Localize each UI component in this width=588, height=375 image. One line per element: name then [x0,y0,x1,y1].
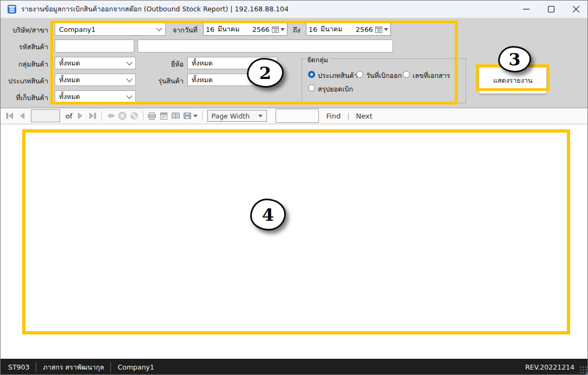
next-page-button[interactable] [75,110,87,122]
toolbar-separator [101,111,102,121]
from-date-label: จากวันที่ [173,25,198,36]
product-code-input[interactable] [55,40,134,52]
first-page-button[interactable] [4,110,16,122]
show-report-button-label: แสดงรายงาน [493,75,533,86]
status-screen-code: ST903 [8,363,29,371]
cancel-icon [118,111,127,120]
grouping-title: จัดกลุ่ม [305,55,330,65]
maximize-icon [548,6,554,12]
minimize-button[interactable] [514,1,539,18]
prev-page-icon [18,113,25,119]
product-group-select[interactable]: ทั้งหมด [55,57,136,69]
status-bar: ST903 ภาสกร สราพัฒนากุล Company1 REV.202… [1,359,588,375]
annotation-circle-3: 3 [498,46,531,73]
last-page-icon [89,113,96,119]
to-date-picker[interactable]: 16 มีนาคม 2566 [306,23,391,36]
print-layout-icon [160,112,168,120]
prev-page-button[interactable] [16,110,28,122]
status-user-name: ภาสกร สราพัฒนากุล [43,362,104,373]
export-button[interactable] [182,110,199,122]
to-date-label: ถึง [293,25,300,36]
status-separator [36,363,36,372]
annotation-number: 2 [259,63,271,83]
maximize-button[interactable] [539,1,564,18]
back-button[interactable] [104,110,116,122]
storage-location-value: ทั้งหมด [59,91,127,102]
product-type-value: ทั้งหมด [59,75,127,85]
report-viewer-area [1,124,588,359]
title-bar: รายงานข้อมูลการเบิกสินค้าออกจากสต๊อก (Ou… [1,1,588,18]
chevron-down-icon [126,93,132,98]
product-code-input-2[interactable] [138,40,393,52]
chevron-down-icon[interactable] [280,28,285,31]
radio-label-product-type[interactable]: ประเภทสินค้า [318,70,358,81]
find-link[interactable]: Find [326,112,341,120]
company-label: บริษัท/สาขา [2,25,48,36]
window-title: รายงานข้อมูลการเบิกสินค้าออกจากสต๊อก (Ou… [21,1,289,18]
minimize-icon [523,6,530,12]
radio-group-by-document-no[interactable] [403,71,410,78]
print-button[interactable] [146,110,158,122]
back-arrow-icon [107,113,114,119]
close-button[interactable] [564,1,588,18]
close-icon [573,6,579,12]
company-select[interactable]: Company1 [55,23,166,36]
from-date-month[interactable]: มีนาคม [218,24,252,35]
print-layout-button[interactable] [158,110,170,122]
last-page-button[interactable] [87,110,99,122]
radio-label-summary[interactable]: สรุปยอดเบิก [318,84,353,95]
from-date-day[interactable]: 16 [206,25,218,34]
annotation-number: 4 [262,205,274,225]
radio-group-by-summary[interactable] [308,84,315,91]
product-code-label: รหัสสินค้า [2,42,48,52]
page-setup-button[interactable] [170,110,182,122]
brand-label: ยี่ห้อ [147,59,184,70]
storage-location-select[interactable]: ทั้งหมด [55,90,136,103]
next-link[interactable]: Next [356,112,373,120]
toolbar-separator [143,111,143,121]
refresh-button[interactable] [128,110,140,122]
status-revision: REV.20221214 [525,359,574,375]
chevron-down-icon[interactable] [384,28,388,31]
print-icon [147,112,156,120]
to-date-day[interactable]: 16 [309,25,321,34]
zoom-select-value: Page Width [212,112,257,120]
chevron-down-icon[interactable] [193,115,198,117]
product-type-select[interactable]: ทั้งหมด [55,74,136,86]
refresh-icon [130,111,139,120]
chevron-down-icon [258,115,263,117]
radio-group-by-issue-date[interactable] [356,71,363,78]
resize-corner-accent [584,371,588,375]
product-group-label: กลุ่มสินค้า [2,59,48,70]
zoom-select[interactable]: Page Width [207,110,267,122]
status-company: Company1 [117,363,154,371]
radio-label-issue-date[interactable]: วันที่เบิกออก [366,70,402,81]
report-toolbar: of Page Width [1,108,588,124]
next-page-icon [77,113,84,119]
status-separator [110,363,111,372]
to-date-month[interactable]: มีนาคม [321,24,356,35]
product-type-label: ประเภทสินค้า [2,76,48,87]
first-page-icon [6,113,14,119]
toolbar-separator [202,111,202,121]
app-icon [7,4,17,16]
product-group-value: ทั้งหมด [59,58,127,69]
chevron-down-icon [126,76,132,82]
from-date-picker[interactable]: 16 มีนาคม 2566 [203,23,288,36]
find-next-separator: | [347,112,349,120]
company-select-value: Company1 [59,25,157,34]
app-window: รายงานข้อมูลการเบิกสินค้าออกจากสต๊อก (Ou… [0,0,588,375]
radio-label-document-no[interactable]: เลขที่เอกสาร [413,70,450,81]
radio-group-by-product-type[interactable] [308,71,315,78]
chevron-down-icon [156,25,162,31]
calendar-icon [375,26,382,33]
from-date-year[interactable]: 2566 [252,25,272,34]
chevron-down-icon [126,59,132,65]
page-setup-icon [171,112,180,120]
to-date-year[interactable]: 2566 [356,25,375,34]
page-number-input[interactable] [31,109,60,122]
annotation-circle-4: 4 [250,199,286,231]
find-input[interactable] [276,109,319,123]
model-label: รุ่นสินค้า [147,76,184,87]
stop-refresh-button[interactable] [116,110,128,122]
